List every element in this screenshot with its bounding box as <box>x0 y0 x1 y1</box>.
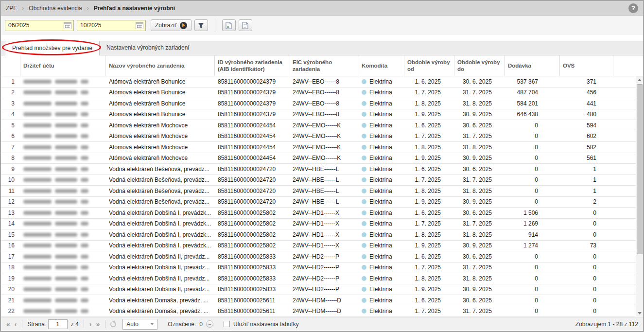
tab-nastavenia-zariadeni[interactable]: Nastavenia výrobných zariadení <box>100 40 196 55</box>
redacted-text-blob <box>23 200 52 204</box>
help-icon[interactable]: ? <box>628 3 638 13</box>
scrollbar-thumb[interactable] <box>637 84 643 254</box>
table-row[interactable]: 10 Vodná elektráreň Bešeňová, prevádz...… <box>1 175 643 186</box>
cell-aib-id: 858116000000025611 <box>215 306 290 317</box>
redacted-text-blob <box>55 298 77 302</box>
column-header-from[interactable]: Obdobie výroby od <box>404 55 454 76</box>
cell-period-to: 30. 9. 2025 <box>454 284 505 295</box>
show-button[interactable]: Zobraziť <box>151 19 191 31</box>
redacted-text-blob <box>81 123 88 127</box>
table-row[interactable]: 11 Vodná elektráreň Bešeňová, prevádz...… <box>1 186 643 197</box>
breadcrumb-item-zpe[interactable]: ZPE <box>6 5 17 12</box>
cell-ovs: 2 <box>560 197 613 208</box>
cell-delivery: 1 274 <box>505 241 560 251</box>
cell-device-name: Vodná elektráreň Dobšiná II, prevádz... <box>105 273 215 284</box>
vertical-scrollbar[interactable] <box>636 76 643 317</box>
deselect-all-icon[interactable]: − <box>206 320 213 328</box>
breadcrumb-item-obchodna-evidencia[interactable]: Obchodná evidencia <box>29 5 82 12</box>
date-from-input[interactable] <box>5 22 64 29</box>
table-row[interactable]: 21 Vodná elektráreň Domaša, prevádz. ...… <box>1 295 643 306</box>
tab-prehlad-mnozstiev[interactable]: Prehľad množstiev pre vydanie <box>5 41 100 55</box>
table-row[interactable]: 14 Vodná elektráreň Dobšiná I, prevádzk.… <box>1 219 643 230</box>
cell-eic-code: 24WV--EMO------K <box>290 142 359 153</box>
date-to-field[interactable] <box>77 20 146 31</box>
redacted-text-blob <box>81 178 88 182</box>
cell-row-number: 6 <box>1 131 20 142</box>
table-row[interactable]: 18 Vodná elektráreň Dobšiná II, prevádz.… <box>1 262 643 274</box>
export-document-button[interactable] <box>239 19 252 31</box>
redacted-text-blob <box>23 298 52 302</box>
next-page-button[interactable]: › <box>89 321 92 328</box>
table-row[interactable]: 9 Vodná elektráreň Bešeňová, prevádz... … <box>1 164 643 175</box>
cell-eic-code: 24WV--EBO------8 <box>290 76 359 87</box>
cell-account-holder-redacted <box>20 186 105 196</box>
column-header-name[interactable]: Názov výrobného zariadenia <box>105 55 215 76</box>
calendar-icon[interactable] <box>64 22 71 29</box>
redacted-text-blob <box>81 244 88 247</box>
table-row[interactable]: 12 Vodná elektráreň Bešeňová, prevádz...… <box>1 197 643 208</box>
cell-commodity: Elektrina <box>359 76 404 87</box>
scroll-up-button[interactable] <box>636 76 643 84</box>
column-header-commodity[interactable]: Komodita <box>359 55 404 76</box>
cell-row-number: 2 <box>1 87 20 98</box>
cell-row-number: 12 <box>1 197 20 208</box>
redacted-text-blob <box>23 309 52 313</box>
cell-period-to: 30. 6. 2025 <box>454 76 505 87</box>
table-row[interactable]: 2 Atómová elektráreň Bohunice 8581160000… <box>1 87 643 99</box>
column-header-holder[interactable]: Držiteľ účtu <box>20 55 105 76</box>
cell-period-to: 31. 7. 2025 <box>454 175 505 186</box>
table-row[interactable]: 17 Vodná elektráreň Dobšiná II, prevádz.… <box>1 251 643 262</box>
date-from-field[interactable] <box>5 20 74 31</box>
table-row[interactable]: 5 Atómová elektráreň Mochovce 8581160000… <box>1 120 643 131</box>
redacted-text-blob <box>81 156 88 160</box>
cell-commodity: Elektrina <box>359 164 404 175</box>
calendar-icon[interactable] <box>136 22 143 29</box>
scroll-down-button[interactable] <box>636 310 643 317</box>
redacted-text-blob <box>23 167 52 171</box>
column-header-eic[interactable]: EIC výrobného zariadenia <box>290 55 359 76</box>
column-header-to[interactable]: Obdobie výroby do <box>454 55 505 76</box>
column-header-ovs[interactable]: OVS <box>560 55 613 76</box>
table-row[interactable]: 16 Vodná elektráreň Dobšiná I, prevádzk.… <box>1 241 643 252</box>
cell-aib-id: 858116000000024379 <box>215 76 290 87</box>
filter-button[interactable] <box>194 19 208 31</box>
page-number-input[interactable] <box>48 319 68 329</box>
table-row[interactable]: 13 Vodná elektráreň Dobšiná I, prevádzk.… <box>1 208 643 219</box>
cell-account-holder-redacted <box>20 284 105 295</box>
redacted-text-blob <box>81 189 88 193</box>
redacted-text-blob <box>55 112 77 116</box>
cell-device-name: Vodná elektráreň Domaša, prevádz. ... <box>105 295 215 306</box>
export-excel-button[interactable]: x <box>222 19 236 31</box>
prev-page-button[interactable]: ‹ <box>14 321 17 328</box>
table-row[interactable]: 3 Atómová elektráreň Bohunice 8581160000… <box>1 98 643 109</box>
cell-period-to: 30. 6. 2025 <box>454 251 505 262</box>
commodity-label: Elektrina <box>369 122 392 129</box>
table-row[interactable]: 20 Vodná elektráreň Dobšiná II, prevádz.… <box>1 284 643 296</box>
chevron-down-icon <box>150 323 154 325</box>
table-row[interactable]: 22 Vodná elektráreň Domaša, prevádz. ...… <box>1 306 643 317</box>
commodity-label: Elektrina <box>369 100 392 107</box>
column-header-delivery[interactable]: Dodávka <box>505 55 560 76</box>
first-page-button[interactable]: « <box>6 321 11 328</box>
cell-commodity: Elektrina <box>359 273 404 284</box>
cell-ovs: 456 <box>560 87 613 98</box>
spacer <box>1 35 643 41</box>
table-row[interactable]: 15 Vodná elektráreň Dobšiná I, prevádzk.… <box>1 229 643 241</box>
cell-delivery: 0 <box>505 295 560 306</box>
save-table-settings-checkbox[interactable] <box>224 321 230 327</box>
table-row[interactable]: 8 Atómová elektráreň Mochovce 8581160000… <box>1 153 643 164</box>
refresh-icon[interactable] <box>110 321 116 327</box>
cell-commodity: Elektrina <box>359 241 404 251</box>
last-page-button[interactable]: » <box>96 321 101 328</box>
date-to-input[interactable] <box>77 22 136 29</box>
table-row[interactable]: 1 Atómová elektráreň Bohunice 8581160000… <box>1 76 643 87</box>
cell-account-holder-redacted <box>20 109 105 120</box>
table-row[interactable]: 19 Vodná elektráreň Dobšiná II, prevádz.… <box>1 273 643 284</box>
redacted-text-blob <box>23 287 52 291</box>
redacted-text-blob <box>23 265 52 269</box>
table-row[interactable]: 6 Atómová elektráreň Mochovce 8581160000… <box>1 131 643 142</box>
table-row[interactable]: 4 Atómová elektráreň Bohunice 8581160000… <box>1 109 643 121</box>
column-header-aib-id[interactable]: ID výrobného zariadenia (AIB identifikát… <box>215 55 290 76</box>
page-size-select[interactable]: Auto <box>122 319 157 330</box>
table-row[interactable]: 7 Atómová elektráreň Mochovce 8581160000… <box>1 142 643 153</box>
